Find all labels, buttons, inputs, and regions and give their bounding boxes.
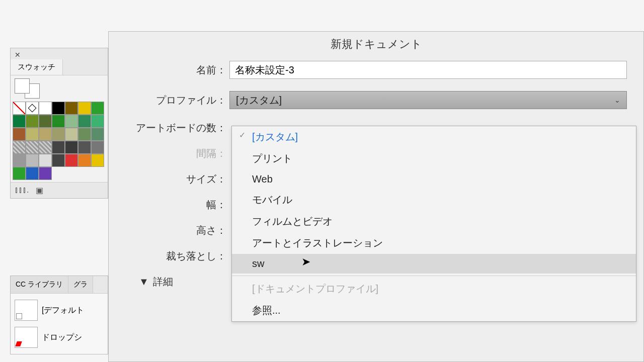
swatch[interactable] — [65, 102, 78, 115]
swatch[interactable] — [52, 128, 65, 141]
dropdown-item[interactable]: Web — [232, 169, 636, 189]
swatch[interactable] — [26, 167, 39, 180]
list-item-label: [デフォルト — [42, 305, 84, 316]
close-icon[interactable]: ✕ — [15, 51, 21, 59]
swatch[interactable] — [26, 141, 39, 154]
dropdown-item-browse[interactable]: 参照... — [232, 300, 636, 321]
swatches-panel: ✕ スウォッチ ⫿⫿⫿. ▣ — [10, 48, 108, 199]
swatch[interactable] — [13, 154, 26, 167]
swatch-grid — [13, 102, 104, 180]
profile-dropdown: [カスタム]プリントWebモバイルフィルムとビデオアートとイラストレーションsw… — [231, 126, 636, 322]
swatch[interactable] — [65, 141, 78, 154]
separator — [232, 276, 636, 276]
label-artboards: アートボードの数： — [129, 121, 229, 135]
list-item[interactable]: ドロップシ — [14, 324, 105, 351]
label-size: サイズ： — [129, 172, 229, 186]
swatch[interactable] — [13, 141, 26, 154]
swatch[interactable] — [26, 128, 39, 141]
cc-libraries-panel: CC ライブラリ グラ [デフォルト ドロップシ — [10, 276, 108, 354]
swatch[interactable] — [26, 115, 39, 128]
tab-cc-libraries[interactable]: CC ライブラリ — [11, 276, 68, 293]
swatch[interactable] — [65, 154, 78, 167]
swatch[interactable] — [91, 154, 104, 167]
swatch[interactable] — [13, 167, 26, 180]
library-icon[interactable]: ⫿⫿⫿. — [15, 186, 29, 195]
swatch[interactable] — [52, 102, 65, 115]
dropdown-item-disabled: [ドキュメントプロファイル] — [232, 278, 636, 300]
swatch[interactable] — [78, 115, 91, 128]
swatch[interactable] — [52, 115, 65, 128]
swatch[interactable] — [78, 102, 91, 115]
label-height: 高さ： — [129, 224, 229, 237]
swatch[interactable] — [91, 141, 104, 154]
swatch[interactable] — [39, 167, 52, 180]
tab-swatches[interactable]: スウォッチ — [11, 59, 63, 75]
thumb-icon — [15, 327, 38, 348]
list-item-label: ドロップシ — [42, 332, 82, 343]
swatch[interactable] — [13, 115, 26, 128]
swatch[interactable] — [26, 102, 39, 115]
dropdown-item[interactable]: モバイル — [232, 189, 636, 211]
dropdown-item[interactable]: プリント — [232, 148, 636, 169]
swatch[interactable] — [39, 115, 52, 128]
details-label: 詳細 — [153, 275, 173, 289]
swatch[interactable] — [39, 141, 52, 154]
label-spacing: 間隔： — [129, 147, 229, 160]
triangle-down-icon: ▼ — [139, 276, 149, 288]
swatch[interactable] — [78, 128, 91, 141]
swatch[interactable] — [39, 102, 52, 115]
swatch[interactable] — [91, 102, 104, 115]
label-bleed: 裁ち落とし： — [129, 249, 229, 263]
swatch[interactable] — [13, 102, 26, 115]
swatch[interactable] — [52, 154, 65, 167]
swatch[interactable] — [39, 128, 52, 141]
show-options-icon[interactable]: ▣ — [36, 186, 43, 195]
label-width: 幅： — [129, 198, 229, 212]
dropdown-item[interactable]: [カスタム] — [232, 126, 636, 148]
swatch[interactable] — [52, 141, 65, 154]
swatch[interactable] — [39, 154, 52, 167]
thumb-icon — [15, 300, 38, 321]
swatch[interactable] — [13, 128, 26, 141]
tab-graphics[interactable]: グラ — [68, 276, 93, 293]
dropdown-item[interactable]: フィルムとビデオ — [232, 211, 636, 232]
swatch[interactable] — [91, 115, 104, 128]
fill-swatch[interactable] — [15, 78, 30, 94]
dialog-title: 新規ドキュメント — [109, 32, 643, 61]
swatch[interactable] — [65, 115, 78, 128]
swatch[interactable] — [78, 141, 91, 154]
label-profile: プロファイル： — [129, 94, 229, 107]
chevron-down-icon: ⌄ — [614, 96, 620, 104]
swatch[interactable] — [65, 128, 78, 141]
swatch[interactable] — [78, 154, 91, 167]
list-item[interactable]: [デフォルト — [14, 297, 105, 324]
name-input[interactable] — [229, 61, 627, 79]
swatch[interactable] — [91, 128, 104, 141]
profile-select[interactable]: [カスタム] ⌄ — [229, 91, 627, 109]
dropdown-item[interactable]: アートとイラストレーション — [232, 232, 636, 254]
swatch[interactable] — [26, 154, 39, 167]
label-name: 名前： — [129, 63, 229, 77]
dropdown-item[interactable]: sw — [232, 254, 636, 274]
profile-select-value: [カスタム] — [236, 94, 282, 107]
